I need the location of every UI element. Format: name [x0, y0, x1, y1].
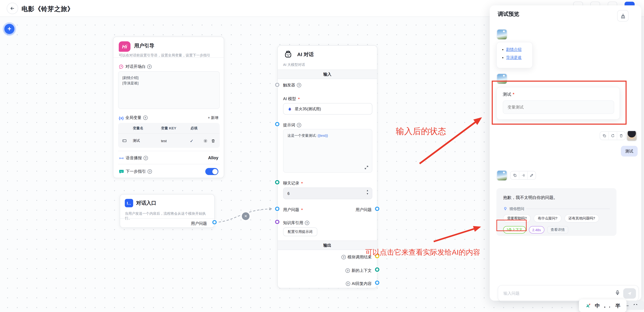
add-node-button[interactable]: + — [4, 24, 14, 34]
var-key: test — [161, 139, 190, 143]
model-select[interactable]: 星火35(测试用) — [283, 103, 372, 115]
annotation-box-context-tag — [496, 220, 526, 231]
suggestion-chip[interactable]: 还有其他问题吗? — [564, 214, 599, 222]
next-step-label: 下一步指引 — [126, 169, 146, 174]
port-ai-reply[interactable] — [375, 281, 379, 285]
node-user-guide[interactable]: Hi 用户引导 可以在对话前设置引导语，设置全局变量，设置下一步指引 对话开场白… — [113, 37, 224, 178]
fit-view-icon[interactable] — [633, 303, 638, 308]
question-out-label: 用户问题 — [356, 207, 372, 213]
retry-icon[interactable] — [608, 132, 617, 140]
next-step-toggle[interactable] — [205, 168, 218, 175]
user-message-bubble: 测试 — [621, 146, 638, 157]
expand-icon[interactable] — [364, 165, 368, 170]
model-value: 星火35(测试用) — [295, 106, 321, 111]
voice-broadcast-icon — [119, 155, 124, 161]
required-mark: * — [301, 208, 303, 212]
help-icon[interactable]: ? — [342, 255, 346, 259]
history-input[interactable]: 6 ▲ ▼ — [283, 188, 372, 199]
bot-message-toolbar — [510, 171, 536, 180]
ime-width[interactable]: 半 — [615, 302, 620, 309]
annotation-note-1: 输入后的状态 — [396, 126, 446, 137]
edit-icon[interactable] — [527, 171, 536, 180]
gear-icon[interactable] — [203, 139, 208, 143]
add-variable-button[interactable]: + 新增 — [208, 115, 218, 120]
panel-title: 调试预览 — [498, 11, 519, 18]
port-question-out[interactable] — [375, 207, 379, 211]
help-icon[interactable]: ? — [144, 156, 148, 160]
node-ai-dialog[interactable]: AI 对话 AI 大模型对话 输入 触发器 ? AI 模型 * 星火35(测试用… — [278, 45, 378, 288]
col-header: 变量名 — [133, 126, 161, 130]
robot-icon — [283, 50, 293, 59]
opening-link[interactable]: 剧情介绍 — [506, 47, 522, 52]
edge-arrow-icon: > — [269, 206, 272, 211]
copy-icon[interactable] — [510, 171, 519, 180]
bot-avatar — [496, 29, 508, 40]
help-icon[interactable]: ? — [143, 116, 148, 120]
port-entry-user-question[interactable] — [212, 220, 217, 224]
spark-flame-icon — [288, 106, 292, 111]
required-mark: * — [301, 181, 303, 186]
back-button[interactable] — [7, 3, 18, 14]
opening-message-bubble: •剧情介绍 •导演是谁 — [496, 42, 532, 68]
output-section-header: 输出 — [278, 241, 377, 250]
node-entry[interactable]: I.. 对话入口 当用户发送一个内容后，流程将会从这个模块开始执行。 用户问题 — [120, 194, 215, 228]
opener-textarea[interactable]: [剧情介绍] [导演是谁] — [118, 71, 220, 109]
ime-mode[interactable]: 中 — [595, 302, 600, 309]
copy-icon[interactable] — [600, 132, 608, 140]
help-icon[interactable]: ? — [148, 169, 152, 174]
next-step-icon — [119, 169, 124, 174]
help-icon[interactable]: ? — [297, 83, 301, 87]
node-subtitle: 可以在对话前设置引导语，设置全局变量，设置下一步指引 — [119, 53, 220, 57]
col-header: 必填 — [190, 126, 198, 130]
speaker-icon[interactable] — [519, 171, 527, 180]
ime-punctuation[interactable]: 。， — [604, 303, 611, 309]
clear-chat-button[interactable] — [617, 10, 628, 22]
table-row: 测试 test ✓ — [118, 134, 220, 148]
chat-input[interactable] — [504, 286, 594, 301]
suggestion-chip[interactable]: 有什么疑问? — [534, 214, 562, 222]
input-section-header: 输入 — [278, 70, 377, 79]
port-history[interactable] — [275, 180, 280, 185]
node-title: 用户引导 — [134, 41, 218, 49]
user-avatar — [626, 130, 637, 141]
ime-toolbar: 中 。， 半 — [579, 299, 626, 312]
port-kb[interactable] — [275, 220, 280, 224]
voice-value[interactable]: Alloy — [208, 155, 218, 160]
delete-edge-button[interactable]: ✕ — [242, 212, 250, 220]
ime-logo-icon — [585, 303, 591, 309]
stepper-down-icon[interactable]: ▼ — [366, 193, 369, 195]
port-trigger[interactable] — [275, 83, 280, 87]
entry-icon: I.. — [125, 199, 133, 207]
trash-icon[interactable] — [617, 132, 625, 140]
help-icon[interactable]: ? — [297, 123, 301, 127]
port-new-context[interactable] — [375, 267, 379, 272]
send-button[interactable] — [623, 288, 636, 299]
chat-input-box — [498, 285, 639, 301]
node-title: 对话入口 — [136, 200, 156, 206]
microphone-icon[interactable] — [615, 290, 620, 295]
help-icon[interactable]: ? — [346, 268, 350, 273]
help-icon[interactable]: ? — [305, 221, 309, 225]
debug-preview-panel: 调试预览 •剧情介绍 •导演是谁 测试 * 测试 — [490, 5, 641, 301]
guess-label: 猜你想问 — [510, 206, 524, 211]
voice-label: 语音播报 — [126, 155, 142, 161]
stepper-up-icon[interactable]: ▲ — [366, 189, 369, 192]
bullet-icon: • — [502, 56, 504, 60]
bot-avatar — [496, 170, 508, 181]
node-title: AI 对话 — [297, 51, 314, 58]
port-question-in[interactable] — [275, 207, 280, 211]
text-field-icon — [122, 138, 127, 143]
port-prompt[interactable] — [275, 122, 280, 126]
col-header: 变量 KEY — [161, 126, 190, 130]
trash-icon[interactable] — [211, 139, 216, 143]
global-vars-label: 全局变量 — [125, 115, 142, 121]
annotation-note-2: 可以点击它来查看实际发给AI的内容 — [365, 247, 480, 257]
prompt-textarea[interactable]: 这是一个变量测试: {{test}} — [283, 129, 372, 173]
history-value: 6 — [288, 191, 290, 195]
bot-message-text: 抱歉，我不太明白你的问题。 — [503, 195, 610, 201]
help-icon[interactable]: ? — [346, 282, 350, 286]
help-icon[interactable]: ? — [147, 65, 152, 69]
kb-config-button[interactable]: 配置引用提示词 — [283, 227, 317, 236]
opening-link[interactable]: 导演是谁 — [506, 55, 522, 60]
view-detail-button[interactable]: 查看详情 — [547, 226, 568, 234]
